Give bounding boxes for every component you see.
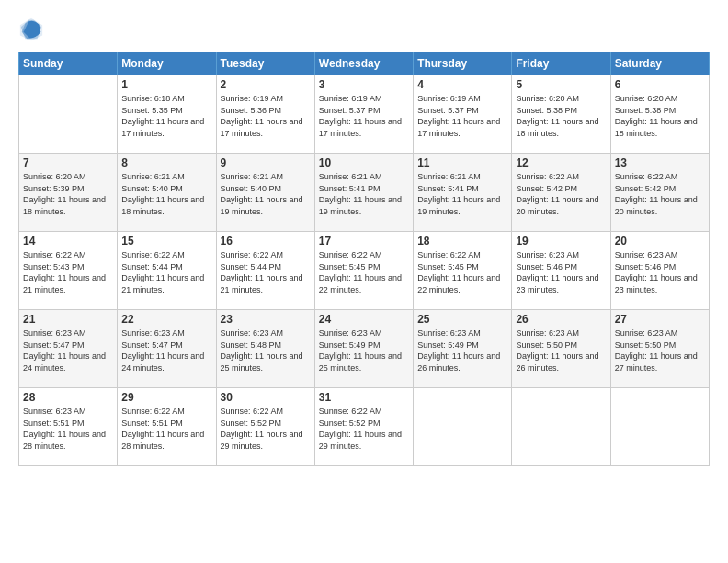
calendar-cell: 12 Sunrise: 6:22 AMSunset: 5:42 PMDaylig… bbox=[512, 154, 610, 232]
day-number: 10 bbox=[319, 156, 409, 169]
calendar-cell: 4 Sunrise: 6:19 AMSunset: 5:37 PMDayligh… bbox=[414, 75, 512, 154]
cell-info: Sunrise: 6:21 AMSunset: 5:40 PMDaylight:… bbox=[221, 172, 303, 216]
cell-info: Sunrise: 6:23 AMSunset: 5:50 PMDaylight:… bbox=[615, 328, 698, 373]
cell-info: Sunrise: 6:22 AMSunset: 5:51 PMDaylight:… bbox=[121, 407, 204, 451]
cell-info: Sunrise: 6:22 AMSunset: 5:44 PMDaylight:… bbox=[121, 250, 204, 294]
cell-info: Sunrise: 6:22 AMSunset: 5:44 PMDaylight:… bbox=[221, 250, 303, 294]
calendar-cell: 9 Sunrise: 6:21 AMSunset: 5:40 PMDayligh… bbox=[216, 154, 314, 232]
cell-info: Sunrise: 6:22 AMSunset: 5:43 PMDaylight:… bbox=[23, 250, 106, 294]
cell-info: Sunrise: 6:20 AMSunset: 5:39 PMDaylight:… bbox=[23, 172, 106, 216]
cell-info: Sunrise: 6:20 AMSunset: 5:38 PMDaylight:… bbox=[516, 94, 598, 138]
day-number: 9 bbox=[221, 156, 311, 169]
cell-info: Sunrise: 6:19 AMSunset: 5:37 PMDaylight:… bbox=[319, 94, 402, 138]
day-number: 8 bbox=[121, 156, 211, 169]
calendar-cell: 7 Sunrise: 6:20 AMSunset: 5:39 PMDayligh… bbox=[19, 154, 118, 232]
calendar-cell: 28 Sunrise: 6:23 AMSunset: 5:51 PMDaylig… bbox=[19, 388, 118, 466]
day-number: 30 bbox=[221, 391, 311, 404]
page: SundayMondayTuesdayWednesdayThursdayFrid… bbox=[0, 0, 728, 563]
calendar-cell: 17 Sunrise: 6:22 AMSunset: 5:45 PMDaylig… bbox=[314, 232, 413, 310]
week-row-4: 28 Sunrise: 6:23 AMSunset: 5:51 PMDaylig… bbox=[19, 388, 710, 466]
calendar-cell: 30 Sunrise: 6:22 AMSunset: 5:52 PMDaylig… bbox=[216, 388, 314, 466]
week-row-3: 21 Sunrise: 6:23 AMSunset: 5:47 PMDaylig… bbox=[19, 310, 710, 388]
day-number: 6 bbox=[615, 78, 705, 91]
calendar-cell: 24 Sunrise: 6:23 AMSunset: 5:49 PMDaylig… bbox=[314, 310, 413, 388]
weekday-header-thursday: Thursday bbox=[414, 52, 512, 75]
weekday-header-wednesday: Wednesday bbox=[314, 52, 413, 75]
calendar-cell: 18 Sunrise: 6:22 AMSunset: 5:45 PMDaylig… bbox=[414, 232, 512, 310]
calendar-cell: 20 Sunrise: 6:23 AMSunset: 5:46 PMDaylig… bbox=[610, 232, 709, 310]
day-number: 23 bbox=[221, 313, 311, 326]
week-row-0: 1 Sunrise: 6:18 AMSunset: 5:35 PMDayligh… bbox=[19, 75, 710, 154]
cell-info: Sunrise: 6:23 AMSunset: 5:49 PMDaylight:… bbox=[319, 328, 402, 373]
day-number: 29 bbox=[121, 391, 211, 404]
day-number: 26 bbox=[516, 313, 606, 326]
day-number: 1 bbox=[121, 78, 211, 91]
calendar-cell: 16 Sunrise: 6:22 AMSunset: 5:44 PMDaylig… bbox=[216, 232, 314, 310]
weekday-header-tuesday: Tuesday bbox=[216, 52, 314, 75]
logo bbox=[18, 17, 48, 42]
calendar-cell: 19 Sunrise: 6:23 AMSunset: 5:46 PMDaylig… bbox=[512, 232, 610, 310]
cell-info: Sunrise: 6:22 AMSunset: 5:52 PMDaylight:… bbox=[221, 407, 303, 451]
calendar-cell: 25 Sunrise: 6:23 AMSunset: 5:49 PMDaylig… bbox=[414, 310, 512, 388]
cell-info: Sunrise: 6:23 AMSunset: 5:47 PMDaylight:… bbox=[23, 328, 106, 373]
cell-info: Sunrise: 6:22 AMSunset: 5:45 PMDaylight:… bbox=[417, 250, 500, 294]
calendar-cell: 11 Sunrise: 6:21 AMSunset: 5:41 PMDaylig… bbox=[414, 154, 512, 232]
calendar-cell bbox=[19, 75, 118, 154]
calendar-cell: 2 Sunrise: 6:19 AMSunset: 5:36 PMDayligh… bbox=[216, 75, 314, 154]
calendar-cell: 29 Sunrise: 6:22 AMSunset: 5:51 PMDaylig… bbox=[118, 388, 216, 466]
calendar-cell: 14 Sunrise: 6:22 AMSunset: 5:43 PMDaylig… bbox=[19, 232, 118, 310]
week-row-2: 14 Sunrise: 6:22 AMSunset: 5:43 PMDaylig… bbox=[19, 232, 710, 310]
cell-info: Sunrise: 6:22 AMSunset: 5:42 PMDaylight:… bbox=[516, 172, 598, 216]
cell-info: Sunrise: 6:23 AMSunset: 5:49 PMDaylight:… bbox=[417, 328, 500, 373]
cell-info: Sunrise: 6:23 AMSunset: 5:46 PMDaylight:… bbox=[516, 250, 598, 294]
cell-info: Sunrise: 6:20 AMSunset: 5:38 PMDaylight:… bbox=[615, 94, 698, 138]
calendar-cell: 23 Sunrise: 6:23 AMSunset: 5:48 PMDaylig… bbox=[216, 310, 314, 388]
day-number: 11 bbox=[417, 156, 507, 169]
header bbox=[18, 17, 710, 42]
calendar-cell bbox=[610, 388, 709, 466]
weekday-header-sunday: Sunday bbox=[19, 52, 118, 75]
calendar-cell bbox=[512, 388, 610, 466]
cell-info: Sunrise: 6:23 AMSunset: 5:48 PMDaylight:… bbox=[221, 328, 303, 373]
cell-info: Sunrise: 6:21 AMSunset: 5:41 PMDaylight:… bbox=[417, 172, 500, 216]
calendar-table: SundayMondayTuesdayWednesdayThursdayFrid… bbox=[18, 52, 710, 466]
day-number: 3 bbox=[319, 78, 409, 91]
cell-info: Sunrise: 6:22 AMSunset: 5:42 PMDaylight:… bbox=[615, 172, 698, 216]
calendar-cell: 5 Sunrise: 6:20 AMSunset: 5:38 PMDayligh… bbox=[512, 75, 610, 154]
day-number: 15 bbox=[121, 235, 211, 247]
calendar-cell: 6 Sunrise: 6:20 AMSunset: 5:38 PMDayligh… bbox=[610, 75, 709, 154]
cell-info: Sunrise: 6:21 AMSunset: 5:40 PMDaylight:… bbox=[121, 172, 204, 216]
calendar-cell: 13 Sunrise: 6:22 AMSunset: 5:42 PMDaylig… bbox=[610, 154, 709, 232]
logo-icon bbox=[18, 17, 44, 42]
day-number: 18 bbox=[417, 235, 507, 247]
cell-info: Sunrise: 6:23 AMSunset: 5:51 PMDaylight:… bbox=[23, 407, 106, 451]
calendar-cell bbox=[414, 388, 512, 466]
day-number: 20 bbox=[615, 235, 705, 247]
calendar-cell: 3 Sunrise: 6:19 AMSunset: 5:37 PMDayligh… bbox=[314, 75, 413, 154]
day-number: 25 bbox=[417, 313, 507, 326]
cell-info: Sunrise: 6:19 AMSunset: 5:36 PMDaylight:… bbox=[221, 94, 303, 138]
calendar-cell: 1 Sunrise: 6:18 AMSunset: 5:35 PMDayligh… bbox=[118, 75, 216, 154]
weekday-header-row: SundayMondayTuesdayWednesdayThursdayFrid… bbox=[19, 52, 710, 75]
weekday-header-friday: Friday bbox=[512, 52, 610, 75]
cell-info: Sunrise: 6:23 AMSunset: 5:50 PMDaylight:… bbox=[516, 328, 598, 373]
day-number: 2 bbox=[221, 78, 311, 91]
cell-info: Sunrise: 6:23 AMSunset: 5:47 PMDaylight:… bbox=[121, 328, 204, 373]
day-number: 27 bbox=[615, 313, 705, 326]
calendar-cell: 22 Sunrise: 6:23 AMSunset: 5:47 PMDaylig… bbox=[118, 310, 216, 388]
cell-info: Sunrise: 6:22 AMSunset: 5:52 PMDaylight:… bbox=[319, 407, 402, 451]
calendar-cell: 31 Sunrise: 6:22 AMSunset: 5:52 PMDaylig… bbox=[314, 388, 413, 466]
week-row-1: 7 Sunrise: 6:20 AMSunset: 5:39 PMDayligh… bbox=[19, 154, 710, 232]
calendar-cell: 10 Sunrise: 6:21 AMSunset: 5:41 PMDaylig… bbox=[314, 154, 413, 232]
calendar-cell: 15 Sunrise: 6:22 AMSunset: 5:44 PMDaylig… bbox=[118, 232, 216, 310]
calendar-cell: 8 Sunrise: 6:21 AMSunset: 5:40 PMDayligh… bbox=[118, 154, 216, 232]
day-number: 12 bbox=[516, 156, 606, 169]
cell-info: Sunrise: 6:21 AMSunset: 5:41 PMDaylight:… bbox=[319, 172, 402, 216]
day-number: 13 bbox=[615, 156, 705, 169]
cell-info: Sunrise: 6:19 AMSunset: 5:37 PMDaylight:… bbox=[417, 94, 500, 138]
day-number: 5 bbox=[516, 78, 606, 91]
day-number: 4 bbox=[417, 78, 507, 91]
calendar-cell: 26 Sunrise: 6:23 AMSunset: 5:50 PMDaylig… bbox=[512, 310, 610, 388]
day-number: 22 bbox=[121, 313, 211, 326]
calendar-cell: 21 Sunrise: 6:23 AMSunset: 5:47 PMDaylig… bbox=[19, 310, 118, 388]
